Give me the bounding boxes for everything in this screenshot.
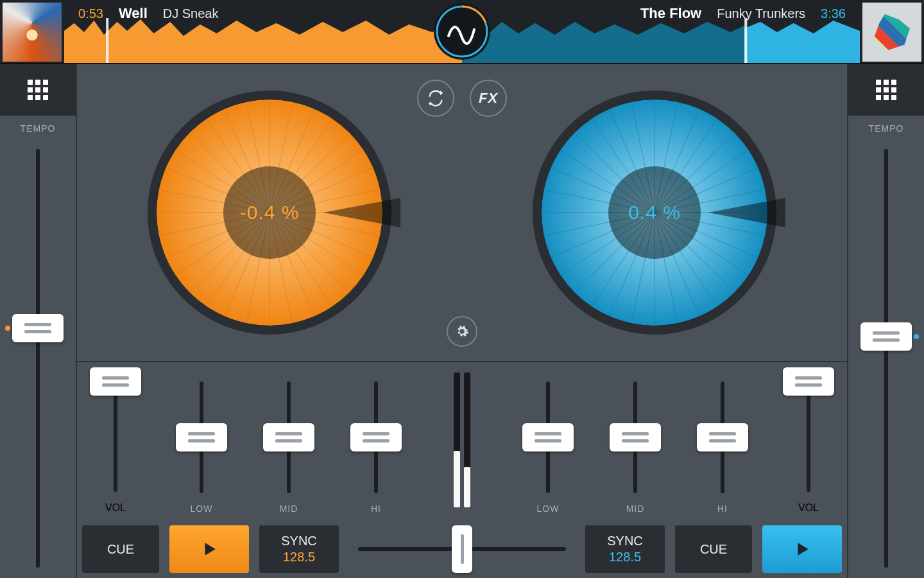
deck-b-play-button[interactable]	[762, 525, 842, 573]
top-bar: 0:53 Well DJ Sneak 3:36 Funky Trunkers T…	[0, 0, 924, 64]
deck-b-track-title: The Flow	[640, 5, 701, 22]
grid-icon	[28, 80, 48, 100]
gear-icon	[455, 324, 469, 338]
deck-a-track-title: Well	[119, 5, 148, 22]
deck-a-cover-art[interactable]	[3, 3, 62, 62]
deck-a-elapsed-time: 0:53	[78, 6, 103, 21]
deck-b-cue-button[interactable]: CUE	[675, 525, 752, 573]
deck-a-library-button[interactable]	[0, 64, 76, 116]
deck-a-eq-low-label: LOW	[191, 504, 213, 514]
deck-b-eq-low-slider[interactable]	[527, 374, 569, 501]
deck-b-cover-art[interactable]	[862, 3, 921, 62]
deck-a-eq-mid-slider[interactable]	[268, 374, 310, 501]
deck-b-eq-hi-label: HI	[717, 504, 728, 514]
svg-marker-43	[205, 543, 216, 556]
loop-button[interactable]	[417, 80, 454, 117]
deck-b-eq-low-label: LOW	[537, 504, 560, 514]
deck-a-volume-slider[interactable]	[94, 374, 137, 500]
deck-b-eq-mid-label: MID	[626, 504, 645, 514]
deck-a-sync-button[interactable]: SYNC 128.5	[259, 525, 339, 573]
deck-b-track-zone[interactable]: 3:36 Funky Trunkers The Flow	[462, 0, 860, 63]
deck-b-eq-mid-slider[interactable]	[614, 374, 656, 501]
deck-b-needle-marker	[708, 190, 785, 235]
transport-bar: CUE SYNC 128.5 SYNC 128.5 CUE	[77, 520, 847, 578]
deck-a-volume-label: VOL	[105, 502, 126, 514]
deck-b-jogwheel[interactable]: 0.4 %	[462, 64, 847, 361]
grid-icon	[876, 80, 896, 100]
deck-b-volume-slider[interactable]	[787, 374, 830, 500]
loop-icon	[427, 89, 445, 107]
fx-button[interactable]: FX	[470, 80, 507, 117]
deck-b-volume-label: VOL	[798, 502, 819, 514]
app-logo[interactable]	[434, 3, 490, 60]
deck-b-pitch-value: 0.4 %	[628, 202, 681, 223]
play-icon	[201, 541, 218, 557]
fx-label: FX	[479, 90, 498, 107]
deck-b-sync-button[interactable]: SYNC 128.5	[585, 525, 665, 573]
deck-a-pitch-value: -0.4 %	[240, 202, 300, 223]
svg-marker-42	[708, 198, 785, 227]
deck-a-volume-column: VOL	[77, 369, 154, 520]
level-meter	[424, 369, 501, 520]
deck-a-eq-hi-label: HI	[371, 504, 381, 514]
deck-b-eq: LOW MID HI	[501, 369, 770, 520]
deck-a-track-artist: DJ Sneak	[163, 6, 219, 21]
deck-a-side-panel: TEMPO	[0, 64, 77, 578]
svg-marker-44	[798, 543, 809, 556]
settings-button[interactable]	[447, 316, 477, 347]
deck-b-side-panel: TEMPO	[847, 64, 924, 578]
deck-b-volume-column: VOL	[770, 369, 847, 520]
deck-a-cue-button[interactable]: CUE	[82, 525, 159, 573]
deck-a-play-button[interactable]	[169, 525, 249, 573]
deck-b-tempo-label: TEMPO	[869, 123, 904, 134]
deck-a-tempo-label: TEMPO	[21, 123, 56, 134]
deck-a-eq-low-slider[interactable]	[180, 374, 223, 501]
deck-a-track-zone[interactable]: 0:53 Well DJ Sneak	[64, 0, 462, 63]
play-icon	[794, 541, 810, 557]
deck-b-library-button[interactable]	[848, 64, 924, 116]
deck-a-eq-mid-label: MID	[280, 504, 298, 514]
deck-b-remaining-time: 3:36	[821, 6, 846, 21]
deck-b-bpm: 128.5	[609, 550, 641, 565]
deck-a-eq-hi-slider[interactable]	[355, 374, 397, 501]
crossfader[interactable]	[344, 520, 580, 578]
svg-rect-1	[106, 18, 108, 63]
decks-area: FX	[77, 64, 847, 362]
deck-a-jogwheel[interactable]: -0.4 %	[77, 64, 462, 361]
svg-rect-4	[744, 18, 747, 63]
mixer-area: VOL LOW MID HI	[77, 362, 847, 520]
svg-marker-24	[323, 198, 400, 227]
deck-b-track-artist: Funky Trunkers	[717, 6, 805, 21]
deck-b-eq-hi-slider[interactable]	[701, 374, 744, 501]
deck-b-tempo-slider[interactable]	[865, 141, 907, 575]
deck-a-tempo-slider[interactable]	[17, 141, 59, 575]
svg-point-6	[443, 12, 481, 51]
deck-a-needle-marker	[323, 190, 400, 235]
deck-a-bpm: 128.5	[283, 550, 315, 565]
deck-a-eq: LOW MID HI	[154, 369, 424, 520]
